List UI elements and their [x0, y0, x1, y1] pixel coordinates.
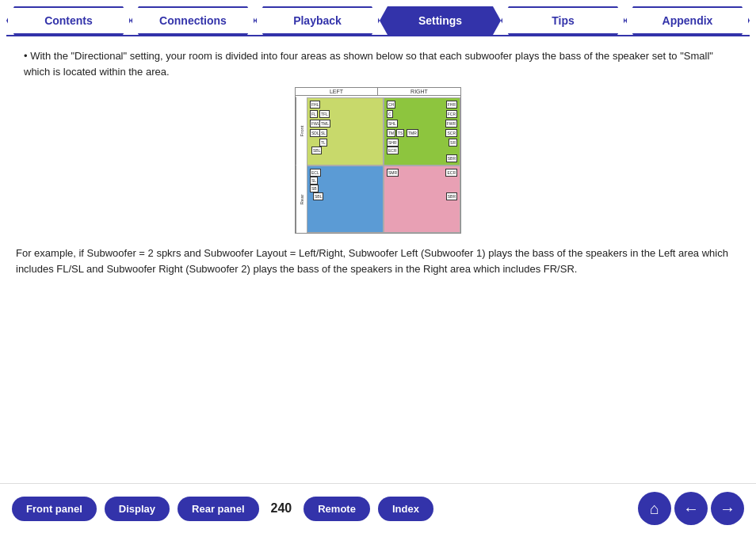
badge-shr: SHR — [387, 139, 399, 147]
badge-sl-bot: SL — [310, 177, 318, 185]
badge-fhr: FHR — [446, 101, 457, 109]
rear-panel-button[interactable]: Rear panel — [178, 497, 258, 521]
diagram-top-labels: LEFT RIGHT — [296, 88, 460, 96]
remote-button[interactable]: Remote — [304, 497, 370, 521]
example-paragraph: For example, if Subwoofer = 2 spkrs and … — [16, 246, 740, 276]
tab-tips[interactable]: Tips — [501, 6, 625, 35]
tab-settings[interactable]: Settings — [380, 6, 501, 35]
diagram-side-labels: Front Rear — [296, 97, 307, 233]
main-content: With the "Directional" setting, your roo… — [0, 36, 756, 296]
quadrant-bottom-right: ECR SMR SBR — [384, 166, 460, 234]
badge-tmr: TMR — [407, 129, 418, 137]
back-button[interactable]: ← — [674, 492, 708, 525]
badge-smr: SMR — [387, 169, 399, 177]
top-navigation: Contents Connections Playback Settings T… — [6, 6, 750, 36]
quadrant-top-left: FHL TFL FL FWL TML SDL SL TL SBL — [307, 97, 384, 166]
bottom-navigation: Front panel Display Rear panel 240 Remot… — [0, 483, 756, 533]
badge-sbl: SBL — [311, 147, 322, 154]
display-button[interactable]: Display — [105, 497, 170, 521]
badge-fcr: FCR — [446, 110, 457, 118]
badge-tm: TM — [387, 129, 395, 137]
front-label: Front — [296, 97, 307, 166]
badge-ts: TS — [396, 129, 404, 137]
badge-ch: CH — [387, 101, 395, 109]
badge-sl2: TL — [319, 139, 327, 147]
badge-sr-active[interactable]: SR — [449, 139, 457, 147]
forward-button[interactable]: → — [711, 492, 744, 525]
home-button[interactable]: ⌂ — [638, 492, 671, 525]
index-button[interactable]: Index — [378, 497, 433, 521]
badge-sbr-bot: SBR — [446, 192, 457, 200]
nav-icon-group: ⌂ ← → — [638, 492, 744, 525]
badge-tml-top: TML — [319, 120, 330, 128]
badge-ecr: ECR — [387, 147, 399, 154]
tab-connections[interactable]: Connections — [131, 6, 255, 35]
badge-sbl-bot: SBL — [313, 192, 323, 200]
tab-playback[interactable]: Playback — [255, 6, 380, 35]
right-label: RIGHT — [378, 88, 460, 95]
rear-label: Rear — [296, 166, 307, 234]
badge-ecr2: ECR — [445, 169, 457, 177]
tab-contents[interactable]: Contents — [6, 6, 131, 35]
badge-sl-active[interactable]: SL — [319, 129, 327, 137]
badge-sb: SB — [310, 185, 319, 192]
quadrant-bottom-left: ECL SL SB SBL — [307, 166, 384, 234]
badge-tfl: TFL — [319, 110, 330, 118]
tab-appendix[interactable]: Appendix — [625, 6, 750, 35]
quadrant-top-right: CH FHR FCR C SHL FWR TM TS TMR SCR SR SH… — [384, 97, 460, 166]
diagram-wrapper: LEFT RIGHT Front Rear FHL TFL FL FWL TML… — [16, 87, 740, 234]
room-diagram: LEFT RIGHT Front Rear FHL TFL FL FWL TML… — [295, 87, 461, 234]
badge-ecl: ECL — [310, 169, 321, 177]
badge-fwr: FWR — [445, 120, 457, 128]
page-number: 240 — [271, 501, 292, 516]
left-label: LEFT — [296, 88, 378, 95]
badge-sbr: SBR — [446, 154, 457, 162]
bullet-paragraph: With the "Directional" setting, your roo… — [24, 48, 740, 79]
badge-fnl: FHL — [310, 101, 320, 109]
front-panel-button[interactable]: Front panel — [12, 497, 97, 521]
badge-fl: FL — [310, 110, 318, 118]
badge-sscr: SCR — [445, 129, 457, 137]
badge-shl: SHL — [387, 120, 398, 128]
diagram-grid: FHL TFL FL FWL TML SDL SL TL SBL CH FHR … — [307, 97, 460, 233]
badge-c: C — [387, 110, 393, 118]
